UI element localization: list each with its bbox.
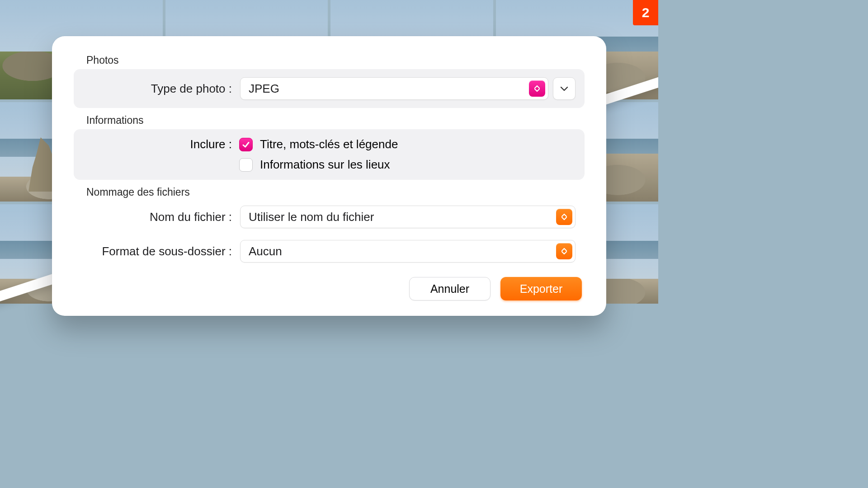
include-label: Inclure : xyxy=(83,137,232,151)
naming-panel: Nom du fichier : Utiliser le nom du fich… xyxy=(74,201,585,264)
updown-icon xyxy=(556,209,572,225)
photo-type-select[interactable]: JPEG xyxy=(240,77,548,100)
export-button[interactable]: Exporter xyxy=(500,277,582,300)
checkbox-title-keywords-label: Titre, mots-clés et légende xyxy=(260,137,398,151)
subfolder-select[interactable]: Aucun xyxy=(240,240,576,263)
updown-icon xyxy=(529,80,545,97)
section-title-info: Informations xyxy=(86,114,585,127)
subfolder-label: Format de sous-dossier : xyxy=(83,244,232,258)
filename-value: Utiliser le nom du fichier xyxy=(249,210,374,224)
cancel-button[interactable]: Annuler xyxy=(409,277,491,300)
updown-icon xyxy=(556,243,572,259)
dialog-footer: Annuler Exporter xyxy=(74,277,585,300)
export-dialog: Photos Type de photo : JPEG Informations xyxy=(52,36,606,316)
chevron-down-icon xyxy=(560,86,568,91)
photo-type-label: Type de photo : xyxy=(83,82,232,96)
checkbox-location-info-label: Informations sur les lieux xyxy=(260,158,390,172)
filename-label: Nom du fichier : xyxy=(83,210,232,224)
photo-type-value: JPEG xyxy=(249,82,279,96)
checkbox-location-info[interactable] xyxy=(239,158,253,172)
info-panel: Inclure : Titre, mots-clés et légende In… xyxy=(74,129,585,180)
section-title-naming: Nommage des fichiers xyxy=(86,186,585,198)
advanced-disclosure-button[interactable] xyxy=(553,77,576,100)
checkbox-title-keywords[interactable] xyxy=(239,138,253,151)
step-badge: 2 xyxy=(633,0,658,25)
subfolder-value: Aucun xyxy=(249,244,282,258)
filename-select[interactable]: Utiliser le nom du fichier xyxy=(240,206,576,228)
section-title-photos: Photos xyxy=(86,54,585,66)
checkmark-icon xyxy=(241,140,250,149)
photos-panel: Type de photo : JPEG xyxy=(74,69,585,108)
